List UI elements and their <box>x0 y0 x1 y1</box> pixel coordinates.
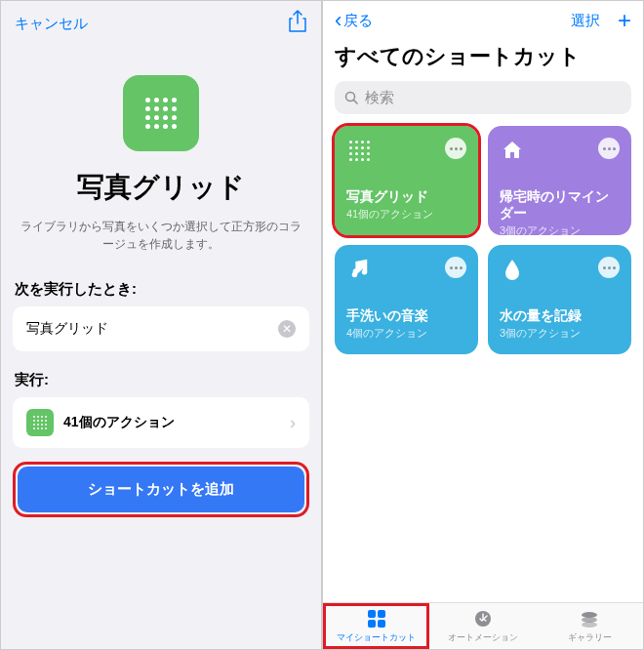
shortcut-detail-pane: キャンセル 写真グリッド ライブラリから写真をいくつか選択して正方形のコラージュ… <box>0 0 322 650</box>
shortcut-card-water[interactable]: 水の量を記録 3個のアクション <box>488 245 631 354</box>
more-icon[interactable] <box>598 257 620 278</box>
tab-label: オートメーション <box>448 631 518 644</box>
chevron-left-icon: ‹ <box>335 8 342 33</box>
clock-icon <box>472 608 494 630</box>
drop-icon <box>500 257 525 282</box>
shortcut-icon-wrap <box>1 75 321 151</box>
card-title: 写真グリッド <box>346 188 466 205</box>
exec-label: 実行: <box>1 371 321 389</box>
tab-label: ギャラリー <box>568 631 612 644</box>
svg-line-1 <box>354 100 358 103</box>
page-title: すべてのショートカット <box>323 42 643 71</box>
card-title: 水の量を記録 <box>500 307 620 324</box>
search-icon <box>344 91 359 105</box>
tab-my-shortcuts[interactable]: マイショートカット <box>323 603 429 649</box>
search-input[interactable]: 検索 <box>335 81 631 114</box>
exec-row[interactable]: 41個のアクション › <box>13 397 309 448</box>
card-subtitle: 3個のアクション <box>500 223 620 238</box>
card-subtitle: 41個のアクション <box>346 207 466 222</box>
tab-gallery[interactable]: ギャラリー <box>537 603 643 649</box>
search-placeholder: 検索 <box>365 89 394 107</box>
share-icon[interactable] <box>288 10 307 37</box>
when-value: 写真グリッド <box>26 320 108 338</box>
card-subtitle: 4個のアクション <box>346 326 466 341</box>
svg-rect-7 <box>378 620 385 628</box>
grid-icon <box>366 608 387 630</box>
right-header: ‹ 戻る 選択 + <box>323 1 643 40</box>
card-subtitle: 3個のアクション <box>500 326 620 341</box>
back-label: 戻る <box>343 12 373 30</box>
shortcut-card-photo-grid[interactable]: 写真グリッド 41個のアクション <box>335 126 478 235</box>
cancel-button[interactable]: キャンセル <box>15 15 88 33</box>
left-header: キャンセル <box>1 1 321 46</box>
shortcut-title: 写真グリッド <box>1 169 321 206</box>
svg-rect-5 <box>378 610 385 618</box>
shortcut-card-music[interactable]: 手洗いの音楽 4個のアクション <box>335 245 478 354</box>
shortcuts-grid: 写真グリッド 41個のアクション 帰宅時のリマインダー 3個のアクション 手洗い… <box>323 114 643 366</box>
when-label: 次を実行したとき: <box>1 280 321 299</box>
add-button-highlight: ショートカットを追加 <box>13 462 309 517</box>
shortcuts-list-pane: ‹ 戻る 選択 + すべてのショートカット 検索 写真グリッド 41個のアクショ… <box>322 0 644 650</box>
svg-point-3 <box>362 269 368 275</box>
more-icon[interactable] <box>445 257 466 278</box>
grid-icon <box>26 409 54 436</box>
when-input-row[interactable]: 写真グリッド ✕ <box>13 306 309 351</box>
add-icon[interactable]: + <box>618 7 631 34</box>
chevron-right-icon: › <box>290 413 296 433</box>
card-title: 手洗いの音楽 <box>346 307 466 324</box>
svg-point-11 <box>582 622 597 628</box>
shortcut-card-reminder[interactable]: 帰宅時のリマインダー 3個のアクション <box>488 126 631 235</box>
svg-rect-6 <box>368 620 376 628</box>
stack-icon <box>579 608 600 630</box>
shortcut-description: ライブラリから写真をいくつか選択して正方形のコラージュを作成します。 <box>19 218 303 253</box>
add-shortcut-button[interactable]: ショートカットを追加 <box>18 467 304 512</box>
tab-bar: マイショートカット オートメーション ギャラリー <box>323 602 643 649</box>
tab-label: マイショートカット <box>337 631 416 644</box>
more-icon[interactable] <box>445 138 466 159</box>
house-icon <box>500 138 525 163</box>
more-icon[interactable] <box>598 138 620 159</box>
clear-icon[interactable]: ✕ <box>278 320 296 338</box>
grid-icon <box>346 138 372 163</box>
exec-value: 41個のアクション <box>63 414 280 431</box>
tab-automation[interactable]: オートメーション <box>429 603 536 649</box>
back-button[interactable]: ‹ 戻る <box>335 8 373 33</box>
select-button[interactable]: 選択 <box>571 12 600 30</box>
svg-rect-4 <box>368 610 376 618</box>
svg-point-2 <box>352 272 358 278</box>
grid-icon <box>123 75 199 151</box>
music-icon <box>346 257 372 282</box>
card-title: 帰宅時のリマインダー <box>500 188 620 222</box>
